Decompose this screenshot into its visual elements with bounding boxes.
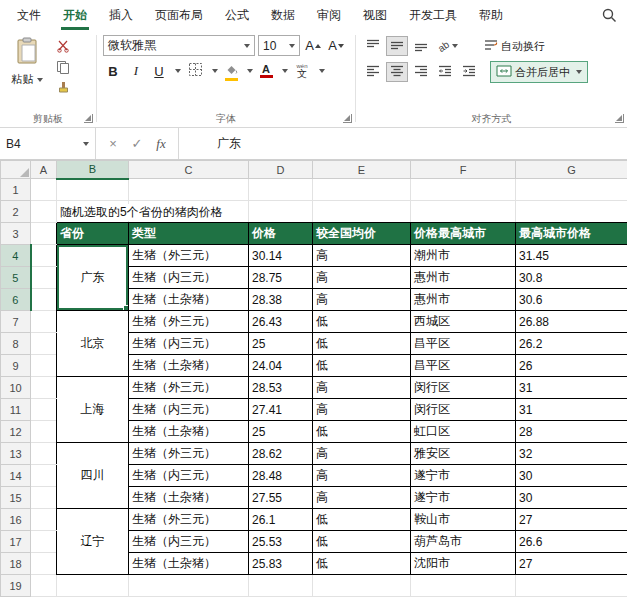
cell[interactable] [516, 179, 627, 201]
row-header[interactable]: 15 [1, 487, 31, 509]
borders-dropdown-icon[interactable] [212, 69, 218, 73]
row-header[interactable]: 3 [1, 223, 31, 245]
borders-button[interactable] [184, 61, 206, 81]
clipboard-dialog-launcher-icon[interactable] [84, 114, 93, 123]
price-cell[interactable]: 25.53 [249, 531, 313, 553]
tab-help[interactable]: 帮助 [468, 0, 514, 30]
price-cell[interactable]: 28.38 [249, 289, 313, 311]
cell[interactable] [129, 575, 249, 597]
tab-review[interactable]: 审阅 [306, 0, 352, 30]
underline-dropdown-icon[interactable] [175, 69, 181, 73]
tab-formulas[interactable]: 公式 [214, 0, 260, 30]
price-cell[interactable]: 28.62 [249, 443, 313, 465]
insert-function-button[interactable]: fx [150, 133, 172, 155]
cell[interactable] [31, 311, 57, 333]
vs-avg-cell[interactable]: 低 [313, 355, 411, 377]
type-cell[interactable]: 生猪（土杂猪） [129, 355, 249, 377]
price-cell[interactable]: 26.1 [249, 509, 313, 531]
fill-color-button[interactable] [221, 61, 241, 81]
type-cell[interactable]: 生猪（内三元） [129, 465, 249, 487]
align-middle-button[interactable] [386, 36, 408, 56]
type-cell[interactable]: 生猪（内三元） [129, 531, 249, 553]
cell[interactable] [411, 201, 516, 223]
row-header[interactable]: 7 [1, 311, 31, 333]
price-cell[interactable]: 28.48 [249, 465, 313, 487]
row-header[interactable]: 5 [1, 267, 31, 289]
cell[interactable] [313, 179, 411, 201]
vs-avg-cell[interactable]: 高 [313, 377, 411, 399]
price-cell[interactable]: 28.53 [249, 377, 313, 399]
tab-developer[interactable]: 开发工具 [398, 0, 468, 30]
price-cell[interactable]: 27.55 [249, 487, 313, 509]
city-price-cell[interactable]: 30.8 [516, 267, 627, 289]
city-price-cell[interactable]: 26 [516, 355, 627, 377]
cut-button[interactable] [52, 37, 74, 57]
copy-button[interactable] [52, 58, 74, 78]
search-icon[interactable] [601, 7, 617, 23]
tab-data[interactable]: 数据 [260, 0, 306, 30]
city-cell[interactable]: 遂宁市 [411, 487, 516, 509]
font-name-combo[interactable]: 微软雅黑 [103, 35, 255, 56]
city-cell[interactable]: 潮州市 [411, 245, 516, 267]
price-cell[interactable]: 30.14 [249, 245, 313, 267]
col-header-a[interactable]: A [31, 161, 57, 179]
row-header[interactable]: 4 [1, 245, 31, 267]
cell[interactable] [129, 179, 249, 201]
row-header[interactable]: 10 [1, 377, 31, 399]
cell[interactable] [31, 509, 57, 531]
row-header[interactable]: 14 [1, 465, 31, 487]
type-cell[interactable]: 生猪（土杂猪） [129, 487, 249, 509]
vs-avg-cell[interactable]: 低 [313, 421, 411, 443]
enter-button[interactable]: ✓ [126, 133, 148, 155]
cell[interactable] [31, 289, 57, 311]
select-all-corner[interactable] [1, 161, 31, 179]
header-type[interactable]: 类型 [129, 223, 249, 245]
cancel-button[interactable]: × [102, 133, 124, 155]
type-cell[interactable]: 生猪（土杂猪） [129, 289, 249, 311]
tab-home[interactable]: 开始 [52, 0, 98, 30]
row-header[interactable]: 12 [1, 421, 31, 443]
tab-view[interactable]: 视图 [352, 0, 398, 30]
cell[interactable] [313, 575, 411, 597]
vs-avg-cell[interactable]: 高 [313, 443, 411, 465]
cell[interactable] [31, 443, 57, 465]
type-cell[interactable]: 生猪（外三元） [129, 443, 249, 465]
align-left-button[interactable] [362, 62, 384, 82]
merge-center-button[interactable]: 合并后居中 [490, 61, 588, 83]
cell[interactable] [31, 399, 57, 421]
tab-file[interactable]: 文件 [6, 0, 52, 30]
row-header[interactable]: 8 [1, 333, 31, 355]
type-cell[interactable]: 生猪（外三元） [129, 311, 249, 333]
vs-avg-cell[interactable]: 高 [313, 289, 411, 311]
header-highest-city-price[interactable]: 最高城市价格 [516, 223, 627, 245]
city-price-cell[interactable]: 31 [516, 377, 627, 399]
font-size-combo[interactable]: 10 [258, 35, 300, 56]
cell[interactable] [516, 575, 627, 597]
row-header[interactable]: 19 [1, 575, 31, 597]
city-cell[interactable]: 鞍山市 [411, 509, 516, 531]
row-header[interactable]: 13 [1, 443, 31, 465]
col-header-g[interactable]: G [516, 161, 627, 179]
italic-button[interactable]: I [126, 61, 146, 81]
cell[interactable] [31, 223, 57, 245]
vs-avg-cell[interactable]: 低 [313, 333, 411, 355]
city-price-cell[interactable]: 26.2 [516, 333, 627, 355]
cell[interactable] [249, 575, 313, 597]
cell[interactable] [31, 465, 57, 487]
col-header-d[interactable]: D [249, 161, 313, 179]
type-cell[interactable]: 生猪（外三元） [129, 377, 249, 399]
province-cell[interactable]: 广东 [57, 245, 129, 311]
font-color-button[interactable]: A [256, 61, 276, 81]
price-cell[interactable]: 28.75 [249, 267, 313, 289]
phonetic-dropdown-icon[interactable] [319, 69, 325, 73]
row-header[interactable]: 9 [1, 355, 31, 377]
vs-avg-cell[interactable]: 高 [313, 399, 411, 421]
col-header-e[interactable]: E [313, 161, 411, 179]
vs-avg-cell[interactable]: 高 [313, 267, 411, 289]
cell[interactable] [31, 531, 57, 553]
province-cell[interactable]: 北京 [57, 311, 129, 377]
cell[interactable] [31, 553, 57, 575]
col-header-f[interactable]: F [411, 161, 516, 179]
align-right-button[interactable] [410, 62, 432, 82]
vs-avg-cell[interactable]: 低 [313, 553, 411, 575]
